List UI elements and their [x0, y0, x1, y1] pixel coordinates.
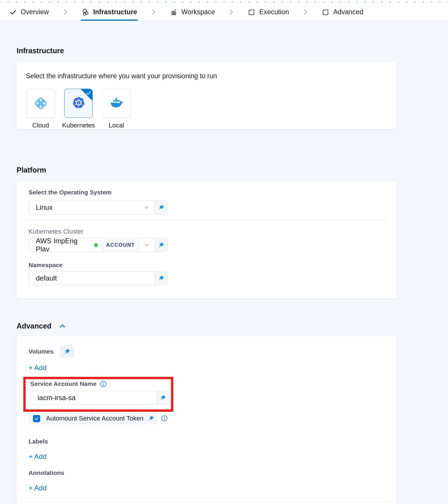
volumes-pin-button[interactable]	[60, 345, 74, 358]
service-account-label: Service Account Name	[30, 380, 96, 387]
annotations-label: Annotations	[29, 469, 385, 476]
check-icon	[9, 8, 17, 16]
advanced-section-heading: Advanced	[17, 322, 51, 330]
automount-label: Automount Service Account Token	[46, 415, 144, 422]
namespace-field	[29, 271, 168, 285]
kubernetes-tile[interactable]	[64, 89, 93, 118]
platform-section-heading: Platform	[17, 166, 448, 174]
automount-pin-button[interactable]	[145, 415, 157, 422]
connector-status-dot	[94, 243, 98, 247]
namespace-input[interactable]	[36, 274, 150, 282]
docker-icon	[109, 96, 124, 110]
tab-workspace-label: Workspace	[181, 8, 215, 16]
local-tile-label: Local	[109, 122, 124, 129]
platform-card: Select the Operating System Linux Kubern…	[17, 182, 396, 299]
tab-workspace[interactable]: Workspace	[169, 3, 216, 21]
cloud-tile[interactable]	[27, 89, 55, 118]
collapse-chevron-up-icon[interactable]	[59, 322, 66, 330]
chevron-down-icon	[143, 204, 150, 211]
namespace-label: Namespace	[29, 262, 385, 269]
labels-label: Labels	[29, 438, 385, 445]
gear-square-icon	[248, 8, 255, 16]
infrastructure-instruction: Select the infrastructure where you want…	[26, 72, 387, 80]
os-pin-button[interactable]	[155, 201, 167, 214]
volumes-label: Volumes	[29, 348, 54, 355]
automount-checkbox[interactable]	[33, 415, 40, 422]
stack-icon	[170, 8, 178, 16]
chevron-right-icon	[150, 3, 157, 21]
selected-check-icon	[86, 90, 91, 96]
tab-execution[interactable]: Execution	[247, 3, 290, 21]
chevron-right-icon	[228, 3, 235, 21]
divider	[26, 220, 386, 220]
canvas-dot-strip	[0, 0, 448, 3]
tab-advanced-label: Advanced	[333, 8, 363, 16]
info-icon[interactable]	[100, 381, 107, 387]
chevron-right-icon	[302, 3, 309, 21]
gear-square-icon	[322, 8, 329, 16]
infrastructure-option-local: Local	[102, 89, 130, 129]
tab-infrastructure[interactable]: Infrastructure	[81, 3, 138, 21]
tab-execution-label: Execution	[259, 8, 289, 16]
os-label: Select the Operating System	[29, 189, 385, 196]
tab-overview[interactable]: Overview	[9, 3, 50, 21]
automount-row: Automount Service Account Token	[29, 412, 157, 425]
infrastructure-section-heading: Infrastructure	[17, 47, 448, 55]
scope-badge: ACCOUNT	[102, 240, 139, 251]
chevron-down-icon	[143, 242, 150, 249]
infrastructure-card: Select the infrastructure where you want…	[17, 62, 396, 129]
kubernetes-tile-label: Kubernetes	[62, 122, 95, 129]
cloud-tile-label: Cloud	[32, 122, 49, 129]
hexagon-cluster-icon	[82, 8, 89, 16]
wizard-tab-bar: Overview Infrastructure Workspace	[0, 3, 448, 21]
cloud-icon	[34, 96, 48, 110]
volumes-add-button[interactable]: + Add	[29, 364, 47, 372]
info-icon[interactable]	[161, 415, 168, 422]
local-tile[interactable]	[102, 89, 130, 118]
cluster-select[interactable]: AWS ImpEng Play ACCOUNT	[29, 238, 168, 252]
os-select-value: Linux	[36, 203, 139, 212]
chevron-right-icon	[62, 3, 69, 21]
service-account-field	[30, 391, 170, 405]
service-account-input[interactable]	[38, 394, 152, 402]
infrastructure-options: Cloud	[27, 89, 387, 129]
labels-add-button[interactable]: + Add	[29, 452, 47, 461]
tab-advanced[interactable]: Advanced	[321, 3, 364, 21]
infrastructure-option-kubernetes: Kubernetes	[64, 89, 93, 129]
advanced-card: Volumes + Add Service Account Name Au	[17, 336, 396, 504]
service-account-pin-button[interactable]	[156, 391, 169, 404]
cluster-select-value: AWS ImpEng Play	[36, 238, 90, 252]
tab-overview-label: Overview	[21, 8, 49, 16]
annotation-highlight-red-box: Service Account Name	[23, 377, 173, 412]
divider	[21, 501, 391, 502]
advanced-section-heading-row: Advanced	[17, 322, 448, 330]
annotations-add-button[interactable]: + Add	[29, 484, 47, 492]
tab-infrastructure-label: Infrastructure	[93, 8, 137, 16]
infrastructure-option-cloud: Cloud	[27, 89, 55, 129]
cluster-pin-button[interactable]	[155, 238, 167, 252]
cluster-label: Kubernetes Cluster	[29, 228, 385, 235]
os-select[interactable]: Linux	[29, 200, 168, 214]
volumes-row: Volumes	[29, 345, 385, 358]
namespace-pin-button[interactable]	[155, 271, 167, 285]
